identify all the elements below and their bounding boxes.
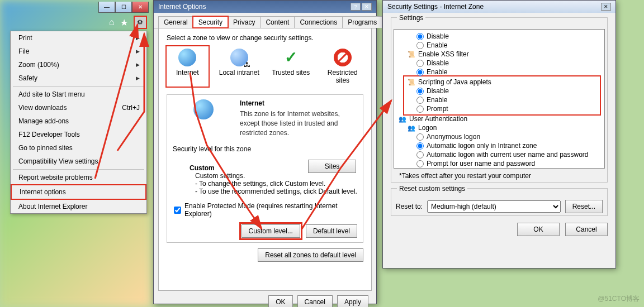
dialog-footer: OK Cancel Apply: [154, 291, 376, 307]
tab-privacy[interactable]: Privacy: [228, 16, 261, 28]
reset-all-zones-button[interactable]: Reset all zones to default level: [258, 248, 363, 262]
logon-prompt[interactable]: Prompt for user name and password: [399, 159, 600, 168]
apply-button[interactable]: Apply: [337, 295, 368, 307]
menu-f12[interactable]: F12 Developer Tools: [11, 128, 146, 141]
zone-list: Internet Local intranet ✓Trusted sites R…: [167, 46, 363, 87]
dialog-title: Internet Options: [158, 3, 206, 11]
toolbar-icons: ⌂ ★ ⚙: [109, 16, 147, 29]
level-label: Security level for this zone: [173, 145, 357, 153]
reset-group-label: Reset custom settings: [397, 185, 467, 193]
users-icon: 👥: [408, 124, 415, 132]
window-controls: — ☐ ✕: [98, 2, 149, 13]
globe-icon: [193, 99, 214, 119]
node-user-auth: 👥User Authentication: [399, 114, 600, 123]
zone-local-intranet[interactable]: Local intranet: [219, 46, 261, 87]
dialog-title: Security Settings - Internet Zone: [387, 3, 484, 11]
default-level-button[interactable]: Default level: [306, 224, 357, 238]
zone-restricted-sites[interactable]: Restricted sites: [322, 46, 364, 87]
restart-note: *Takes effect after you restart your com…: [399, 172, 603, 180]
menu-compat-view[interactable]: Compatibility View settings: [11, 155, 146, 168]
close-button[interactable]: ✕: [362, 3, 372, 11]
tools-gear-icon[interactable]: ⚙: [134, 16, 147, 29]
opt-enable[interactable]: Enable: [399, 41, 600, 50]
java-enable[interactable]: Enable: [408, 95, 599, 104]
menu-file[interactable]: File: [11, 45, 146, 58]
sites-button[interactable]: Sites: [308, 160, 356, 173]
menu-zoom[interactable]: Zoom (100%): [11, 58, 146, 71]
menu-pinned-sites[interactable]: Go to pinned sites: [11, 141, 146, 155]
ok-button[interactable]: OK: [517, 223, 560, 236]
favorites-icon[interactable]: ★: [120, 17, 128, 28]
node-logon: 👥Logon: [399, 123, 600, 132]
menu-report-problems[interactable]: Report website problems: [11, 171, 146, 184]
menu-print[interactable]: Print: [11, 31, 146, 45]
protected-mode-input[interactable]: [174, 207, 181, 214]
security-settings-dialog: Security Settings - Internet Zone ✕ Sett…: [382, 0, 616, 268]
separator: [13, 169, 144, 170]
zone-description: This zone is for Internet websites, exce…: [240, 109, 357, 137]
watermark: @51CTO博客: [598, 294, 640, 304]
settings-tree[interactable]: Disable Enable 📜Enable XSS filter Disabl…: [394, 29, 605, 169]
cancel-button[interactable]: Cancel: [297, 295, 333, 307]
users-icon: 👥: [399, 115, 406, 123]
ss-body: Settings Disable Enable 📜Enable XSS filt…: [383, 13, 615, 241]
minimize-button[interactable]: —: [98, 2, 115, 13]
tab-security[interactable]: Security: [193, 16, 228, 28]
reset-to-select[interactable]: Medium-high (default): [427, 200, 561, 213]
cancel-button[interactable]: Cancel: [565, 223, 608, 236]
separator: [13, 86, 144, 87]
tab-strip: General Security Privacy Content Connect…: [154, 13, 376, 28]
java-disable[interactable]: Disable: [408, 87, 599, 95]
reset-to-label: Reset to:: [396, 203, 423, 210]
security-tab-body: Select a zone to view or change security…: [158, 28, 372, 291]
zone-prompt: Select a zone to view or change security…: [167, 34, 363, 42]
scroll-icon: 📜: [408, 50, 415, 58]
menu-manage-addons[interactable]: Manage add-ons: [11, 114, 146, 128]
forbid-icon: [334, 49, 352, 66]
logon-auto-intranet[interactable]: Automatic logon only in Intranet zone: [399, 141, 600, 150]
reset-button[interactable]: Reset...: [565, 200, 603, 213]
home-icon[interactable]: ⌂: [109, 17, 115, 27]
opt-disable[interactable]: Disable: [399, 32, 600, 41]
java-prompt[interactable]: Prompt: [408, 104, 599, 113]
tab-connections[interactable]: Connections: [294, 16, 343, 28]
menu-safety[interactable]: Safety: [11, 71, 146, 85]
tab-programs[interactable]: Programs: [342, 16, 382, 28]
reset-group: Reset custom settings Reset to: Medium-h…: [391, 188, 608, 216]
zone-title: Internet: [240, 99, 357, 107]
globe-icon: [178, 49, 196, 66]
settings-group: Settings Disable Enable 📜Enable XSS filt…: [391, 17, 608, 183]
node-xss-filter: 📜Enable XSS filter: [399, 50, 600, 59]
tools-menu: Print File Zoom (100%) Safety Add site t…: [10, 31, 147, 214]
scroll-icon: 📜: [408, 78, 415, 86]
menu-internet-options[interactable]: Internet options: [11, 184, 146, 200]
node-java-applets: 📜Scripting of Java applets: [408, 78, 599, 87]
intranet-icon: [230, 49, 248, 66]
custom-sub: Custom settings.: [195, 172, 357, 180]
zone-info-frame: Internet This zone is for Internet websi…: [167, 94, 363, 243]
close-button[interactable]: ✕: [132, 2, 149, 13]
dialog-titlebar: Security Settings - Internet Zone ✕: [383, 1, 615, 13]
protected-mode-checkbox[interactable]: Enable Protected Mode (requires restarti…: [174, 202, 356, 218]
java-applets-highlight: 📜Scripting of Java applets Disable Enabl…: [403, 75, 601, 116]
maximize-button[interactable]: ☐: [115, 2, 132, 13]
menu-view-downloads[interactable]: View downloadsCtrl+J: [11, 101, 146, 114]
help-button[interactable]: ?: [351, 3, 361, 11]
zone-internet[interactable]: Internet: [167, 46, 209, 87]
logon-anon[interactable]: Anonymous logon: [399, 132, 600, 141]
ok-button[interactable]: OK: [268, 295, 292, 307]
internet-options-dialog: Internet Options ? ✕ General Security Pr…: [153, 0, 377, 304]
tab-content[interactable]: Content: [260, 16, 295, 28]
menu-add-site[interactable]: Add site to Start menu: [11, 88, 146, 101]
custom-level-button[interactable]: Custom level...: [242, 224, 300, 238]
menu-about-ie[interactable]: About Internet Explorer: [11, 200, 146, 213]
tab-general[interactable]: General: [158, 16, 193, 28]
xss-disable[interactable]: Disable: [399, 59, 600, 68]
close-button[interactable]: ✕: [601, 3, 611, 11]
settings-group-label: Settings: [397, 14, 425, 22]
custom-line-2: - To use the recommended settings, click…: [195, 188, 357, 195]
zone-trusted-sites[interactable]: ✓Trusted sites: [270, 46, 312, 87]
check-icon: ✓: [282, 49, 300, 66]
logon-auto-current[interactable]: Automatic logon with current user name a…: [399, 150, 600, 159]
custom-line-1: - To change the settings, click Custom l…: [195, 180, 357, 188]
